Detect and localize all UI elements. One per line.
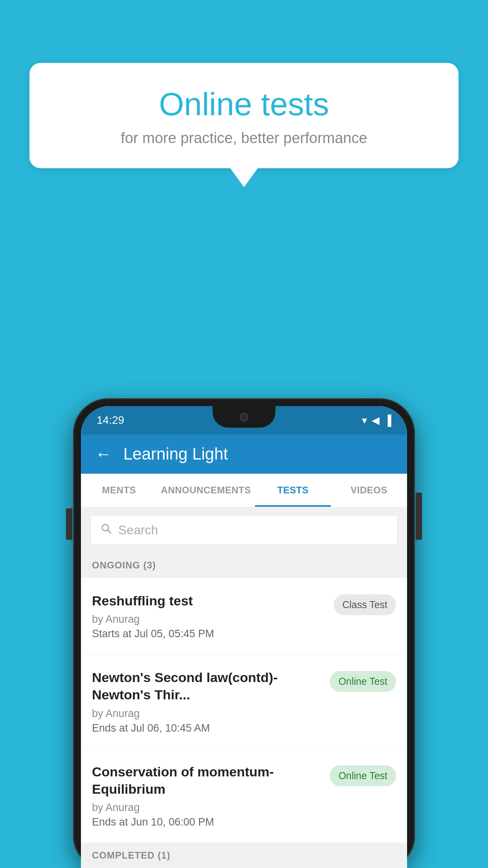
status-time: 14:29	[97, 414, 124, 427]
search-input[interactable]: Search	[118, 523, 158, 537]
test-time-2: Ends at Jul 06, 10:45 AM	[92, 722, 322, 734]
test-info-1: Reshuffling test by Anurag Starts at Jul…	[92, 592, 334, 640]
tabs-bar: MENTS ANNOUNCEMENTS TESTS VIDEOS	[81, 474, 407, 507]
svg-point-0	[102, 524, 108, 531]
test-badge-2: Online Test	[330, 671, 396, 692]
app-header: ← Learning Light	[81, 434, 407, 474]
section-completed-label: COMPLETED (1)	[81, 843, 407, 868]
search-icon	[100, 522, 112, 537]
speech-bubble-subtitle: for more practice, better performance	[49, 130, 439, 147]
section-ongoing-label: ONGOING (3)	[81, 553, 407, 578]
tab-ments[interactable]: MENTS	[81, 474, 157, 507]
test-time-1: Starts at Jul 05, 05:45 PM	[92, 628, 326, 640]
test-time-3: Ends at Jun 10, 06:00 PM	[92, 816, 322, 828]
test-list: Reshuffling test by Anurag Starts at Jul…	[81, 578, 407, 843]
test-by-3: by Anurag	[92, 802, 322, 814]
test-name-3: Conservation of momentum-Equilibrium	[92, 763, 322, 798]
test-name-2: Newton's Second law(contd)-Newton's Thir…	[92, 669, 322, 703]
signal-icon: ◀	[372, 414, 380, 427]
speech-bubble-wrapper: Online tests for more practice, better p…	[29, 63, 459, 168]
phone-outer: 14:29 ▾ ◀ ▐ ← Learning Light MENTS ANNOU…	[73, 398, 415, 868]
test-by-1: by Anurag	[92, 613, 326, 625]
tab-tests[interactable]: TESTS	[255, 474, 331, 507]
phone-device: 14:29 ▾ ◀ ▐ ← Learning Light MENTS ANNOU…	[73, 398, 415, 868]
back-button[interactable]: ←	[95, 446, 112, 462]
speech-bubble: Online tests for more practice, better p…	[29, 63, 459, 168]
test-info-2: Newton's Second law(contd)-Newton's Thir…	[92, 669, 330, 734]
app-title: Learning Light	[123, 445, 228, 463]
tab-announcements[interactable]: ANNOUNCEMENTS	[157, 474, 255, 507]
status-icons: ▾ ◀ ▐	[362, 414, 391, 427]
test-info-3: Conservation of momentum-Equilibrium by …	[92, 763, 330, 828]
test-by-2: by Anurag	[92, 708, 322, 720]
test-item-3[interactable]: Conservation of momentum-Equilibrium by …	[81, 749, 407, 843]
test-item-2[interactable]: Newton's Second law(contd)-Newton's Thir…	[81, 655, 407, 748]
test-badge-3: Online Test	[330, 765, 396, 786]
test-item-1[interactable]: Reshuffling test by Anurag Starts at Jul…	[81, 578, 407, 655]
phone-screen: 14:29 ▾ ◀ ▐ ← Learning Light MENTS ANNOU…	[81, 406, 407, 868]
status-bar: 14:29 ▾ ◀ ▐	[81, 406, 407, 434]
test-name-1: Reshuffling test	[92, 592, 326, 609]
wifi-icon: ▾	[362, 414, 367, 427]
test-badge-1: Class Test	[334, 594, 396, 615]
search-bar[interactable]: Search	[90, 515, 398, 545]
svg-line-1	[108, 530, 111, 533]
battery-icon: ▐	[384, 414, 391, 427]
speech-bubble-title: Online tests	[49, 86, 439, 122]
search-container: Search	[81, 507, 407, 553]
tab-videos[interactable]: VIDEOS	[331, 474, 407, 507]
camera-dot	[240, 413, 248, 421]
notch	[213, 406, 275, 428]
